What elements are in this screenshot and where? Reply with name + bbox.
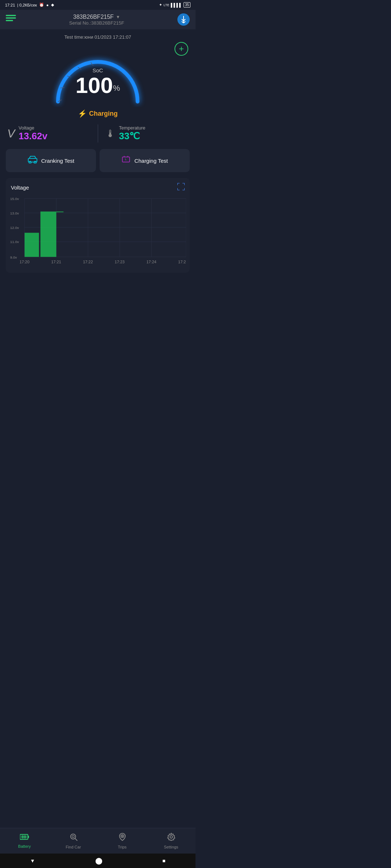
bluetooth-icon: ✦: [159, 3, 162, 7]
svg-text:12.0v: 12.0v: [10, 226, 19, 230]
chart-header: Voltage: [9, 183, 186, 192]
temperature-label: Temperature: [119, 125, 146, 131]
svg-text:13.0v: 13.0v: [10, 211, 19, 215]
signal-icon: ▌▌▌▌: [171, 3, 182, 7]
gauge-section: + SoC 100%: [0, 42, 196, 118]
add-button[interactable]: +: [175, 42, 188, 56]
charging-test-label: Charging Test: [134, 158, 168, 164]
status-network: | 0,2КБ/сек: [17, 3, 37, 7]
chart-title: Voltage: [11, 184, 29, 191]
status-left: 17:21 | 0,2КБ/сек ⏰ ● ◆: [5, 3, 54, 7]
voltage-value: 13.62v: [18, 131, 47, 142]
charge-icon: [121, 155, 131, 166]
svg-text:11.0v: 11.0v: [10, 240, 19, 244]
voltage-chart-svg: 15.0v 13.0v 12.0v 11.0v 9.0v 17:20 17:21…: [9, 196, 186, 268]
cranking-test-button[interactable]: Cranking Test: [6, 149, 96, 172]
svg-text:15.0v: 15.0v: [10, 197, 19, 201]
svg-rect-35: [41, 212, 56, 257]
temperature-value: 33℃: [119, 131, 146, 142]
whatsapp-icon: ●: [46, 3, 49, 7]
charging-test-button[interactable]: Charging Test: [100, 149, 190, 172]
gauge-wrapper: SoC 100%: [47, 46, 148, 107]
gauge-value-row: 100%: [75, 74, 120, 97]
gauge-value: 100: [75, 73, 113, 98]
bluetooth-connect-button[interactable]: [177, 13, 190, 26]
svg-text:9.0v: 9.0v: [10, 255, 17, 259]
svg-rect-34: [25, 233, 39, 257]
voltage-info: Voltage 13.62v: [18, 125, 47, 142]
temperature-metric: 🌡 Temperature 33℃: [105, 124, 189, 142]
dropdown-arrow-icon: ▼: [116, 14, 120, 20]
expand-chart-button[interactable]: [177, 183, 185, 192]
location-icon: ◆: [51, 3, 54, 7]
status-bar: 17:21 | 0,2КБ/сек ⏰ ● ◆ ✦ LTE ▌▌▌▌ 35: [0, 0, 196, 10]
lte-icon: LTE: [164, 3, 169, 7]
status-right: ✦ LTE ▌▌▌▌ 35: [159, 2, 190, 8]
svg-text:17:24: 17:24: [146, 260, 156, 264]
metrics-divider: [98, 124, 98, 142]
voltage-metric: V Voltage 13.62v: [7, 124, 91, 142]
test-time: Test time:юни 01/2023 17:21:07: [0, 29, 196, 42]
metrics-section: V Voltage 13.62v 🌡 Temperature 33℃: [0, 118, 196, 149]
thermometer-icon: 🌡: [105, 128, 115, 140]
svg-rect-2: [6, 20, 13, 21]
status-time: 17:21: [5, 3, 15, 7]
svg-text:17:22: 17:22: [83, 260, 93, 264]
charging-status: ⚡ Charging: [78, 109, 118, 118]
car-icon: [28, 156, 38, 166]
charging-label: Charging: [89, 110, 118, 118]
svg-text:17:21: 17:21: [51, 260, 61, 264]
svg-text:17:23: 17:23: [115, 260, 125, 264]
header-center: 383B26BF215F ▼ Serial No.:383B26BF215F: [16, 14, 177, 26]
alarm-icon: ⏰: [39, 3, 44, 7]
voltage-chart-container: Voltage 15.0v 13.0v 12.0v 11.0v 9.0v: [6, 178, 190, 273]
gauge-inner: SoC 100%: [47, 46, 148, 107]
svg-rect-1: [6, 17, 16, 19]
menu-button[interactable]: [6, 15, 16, 25]
lightning-icon: ⚡: [78, 109, 87, 118]
test-buttons-section: Cranking Test Charging Test: [0, 149, 196, 178]
voltage-icon: V: [7, 127, 15, 140]
svg-rect-36: [56, 212, 63, 212]
voltage-label: Voltage: [18, 125, 47, 131]
temperature-info: Temperature 33℃: [119, 125, 146, 142]
svg-text:17:25: 17:25: [178, 260, 186, 264]
gauge-unit: %: [113, 83, 120, 92]
battery-status-icon: 35: [184, 2, 190, 8]
svg-text:17:20: 17:20: [20, 260, 29, 264]
serial-number: Serial No.:383B26BF215F: [16, 20, 177, 26]
cranking-test-label: Cranking Test: [41, 158, 74, 164]
device-name[interactable]: 383B26BF215F ▼: [16, 14, 177, 20]
app-header: 383B26BF215F ▼ Serial No.:383B26BF215F: [0, 10, 196, 29]
svg-rect-0: [6, 15, 16, 16]
